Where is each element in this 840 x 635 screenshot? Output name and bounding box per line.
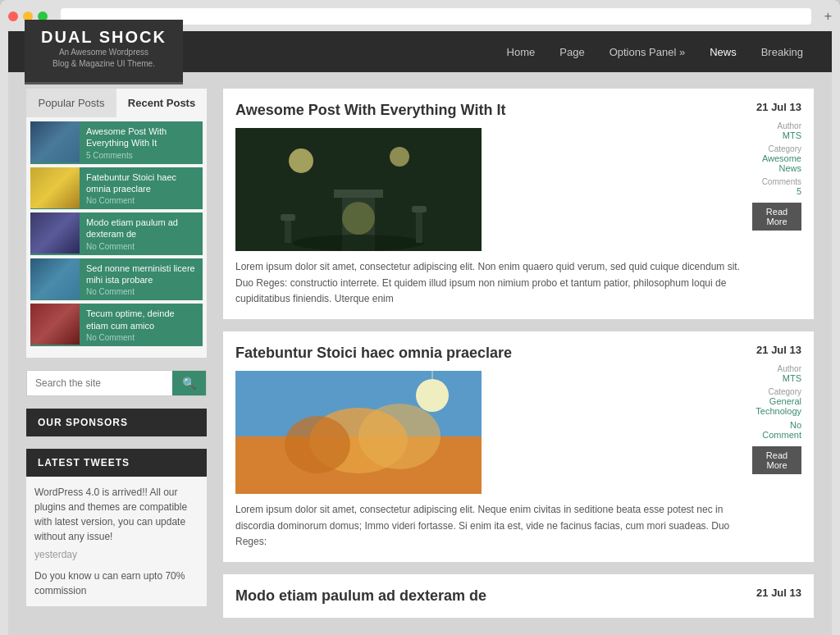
- post-info: Awesome Post With Everything With It 5 C…: [80, 121, 203, 164]
- article-date: 21 Jul 13: [752, 344, 801, 356]
- post-info: Fatebuntur Stoici haec omnia praeclare N…: [80, 167, 203, 210]
- list-item[interactable]: Modo etiam paulum ad dexteram de No Comm…: [30, 212, 203, 255]
- author-label: Author: [752, 121, 801, 130]
- article-body: Awesome Post With Everything With It: [235, 101, 740, 307]
- post-title: Awesome Post With Everything With It: [86, 126, 196, 149]
- comments-value: 5: [752, 186, 801, 196]
- category-label: Category: [752, 144, 801, 153]
- article-card: Fatebuntur Stoici haec omnia praeclare: [223, 331, 814, 562]
- author-value: MTS: [752, 130, 801, 140]
- article-inner: Fatebuntur Stoici haec omnia praeclare: [235, 344, 801, 550]
- search-widget: 🔍: [26, 370, 207, 396]
- article-img-svg: [235, 128, 482, 251]
- tab-popular[interactable]: Popular Posts: [26, 89, 116, 117]
- comments-label: Comments: [752, 177, 801, 186]
- article-meta: 21 Jul 13: [752, 587, 801, 614]
- tabs-header: Popular Posts Recent Posts: [26, 89, 207, 117]
- search-button[interactable]: 🔍: [172, 371, 206, 395]
- article-date: 21 Jul 13: [752, 101, 801, 113]
- tweets-title: LATEST TWEETS: [26, 449, 207, 477]
- list-item[interactable]: Tecum optime, deinde etiam cum amico No …: [30, 304, 203, 346]
- article-image: [235, 128, 482, 251]
- tweet-text-2: Do you know u can earn upto 70% commissi…: [34, 569, 199, 598]
- article-meta: 21 Jul 13 Author MTS Category General Te…: [752, 344, 801, 550]
- post-title: Sed nonne merninisti licere mihi ista pr…: [86, 263, 196, 286]
- post-info: Modo etiam paulum ad dexteram de No Comm…: [80, 212, 203, 255]
- post-info: Tecum optime, deinde etiam cum amico No …: [80, 304, 203, 346]
- nav-home[interactable]: Home: [495, 31, 548, 72]
- list-item[interactable]: Awesome Post With Everything With It 5 C…: [30, 121, 203, 164]
- post-title: Modo etiam paulum ad dexteram de: [86, 217, 196, 240]
- nav-page[interactable]: Page: [547, 31, 596, 72]
- svg-point-2: [390, 147, 409, 167]
- new-tab-button[interactable]: +: [824, 9, 832, 24]
- svg-rect-4: [334, 190, 383, 198]
- post-thumbnail: [30, 167, 80, 208]
- read-more-button[interactable]: Read More: [752, 203, 801, 231]
- logo-subtitle: An Awesome Wordpress Blog & Magazine UI …: [41, 47, 167, 70]
- category-value: Awesome News: [752, 153, 801, 173]
- nav-options[interactable]: Options Panel »: [597, 31, 698, 72]
- article-text: Lorem ipsum dolor sit amet, consectetur …: [235, 502, 740, 550]
- tweet-time: yesterday: [34, 547, 199, 562]
- list-item[interactable]: Fatebuntur Stoici haec omnia praeclare N…: [30, 167, 203, 210]
- post-thumbnail: [30, 121, 80, 162]
- article-title: Modo etiam paulum ad dexteram de: [235, 587, 740, 605]
- article-body: Modo etiam paulum ad dexteram de: [235, 587, 740, 614]
- svg-rect-7: [281, 214, 295, 221]
- tweets-content: WordPress 4.0 is arrived!! All our plugi…: [26, 477, 207, 606]
- search-input[interactable]: [27, 371, 172, 395]
- post-comments: No Comment: [86, 196, 196, 205]
- main-content: Awesome Post With Everything With It: [223, 89, 814, 630]
- logo-title: DUAL SHOCK: [41, 28, 167, 47]
- read-more-button[interactable]: Read More: [752, 446, 801, 474]
- article-image: [235, 371, 482, 494]
- tab-recent[interactable]: Recent Posts: [116, 89, 207, 117]
- close-dot[interactable]: [8, 11, 18, 21]
- post-thumbnail: [30, 258, 80, 299]
- category-label: Category: [752, 387, 801, 396]
- category-value: General Technology: [752, 396, 801, 416]
- svg-rect-9: [412, 206, 427, 212]
- svg-point-15: [416, 379, 449, 412]
- logo-area: DUAL SHOCK An Awesome Wordpress Blog & M…: [25, 20, 183, 85]
- article-meta: 21 Jul 13 Author MTS Category Awesome Ne…: [752, 101, 801, 307]
- tab-posts-list: Awesome Post With Everything With It 5 C…: [26, 117, 207, 358]
- article-inner: Awesome Post With Everything With It: [235, 101, 801, 307]
- svg-point-14: [358, 404, 441, 469]
- nav-breaking[interactable]: Breaking: [749, 31, 815, 72]
- svg-rect-8: [416, 210, 422, 243]
- article-img-svg: [235, 371, 482, 494]
- post-thumbnail: [30, 212, 80, 254]
- sponsors-title: OUR SPONSORS: [26, 409, 207, 436]
- svg-rect-6: [285, 218, 291, 243]
- svg-point-5: [293, 235, 424, 251]
- svg-point-1: [289, 148, 313, 173]
- top-navigation: DUAL SHOCK An Awesome Wordpress Blog & M…: [8, 31, 832, 72]
- author-value: MTS: [752, 373, 801, 383]
- author-label: Author: [752, 364, 801, 373]
- article-text: Lorem ipsum dolor sit amet, consectetur …: [235, 259, 740, 307]
- post-comments: No Comment: [86, 242, 196, 251]
- nav-news[interactable]: News: [697, 31, 749, 72]
- tweets-widget: LATEST TWEETS WordPress 4.0 is arrived!!…: [26, 449, 207, 606]
- main-layout: Popular Posts Recent Posts Awesome Post …: [10, 72, 830, 635]
- article-title: Fatebuntur Stoici haec omnia praeclare: [235, 344, 740, 363]
- sidebar: Popular Posts Recent Posts Awesome Post …: [26, 89, 207, 630]
- article-date: 21 Jul 13: [752, 587, 801, 599]
- article-inner: Modo etiam paulum ad dexteram de 21 Jul …: [235, 587, 801, 614]
- post-comments: No Comment: [86, 287, 196, 296]
- post-thumbnail: [30, 304, 80, 345]
- search-box: 🔍: [26, 370, 207, 396]
- article-card: Awesome Post With Everything With It: [223, 89, 814, 319]
- tweet-text: WordPress 4.0 is arrived!! All our plugi…: [34, 485, 199, 544]
- site-wrapper: DUAL SHOCK An Awesome Wordpress Blog & M…: [8, 31, 832, 635]
- nav-links: Home Page Options Panel » News Breaking: [495, 31, 815, 72]
- article-body: Fatebuntur Stoici haec omnia praeclare: [235, 344, 740, 550]
- article-card: Modo etiam paulum ad dexteram de 21 Jul …: [223, 574, 814, 618]
- post-title: Tecum optime, deinde etiam cum amico: [86, 308, 196, 331]
- browser-window: + DUAL SHOCK An Awesome Wordpress Blog &…: [0, 0, 840, 635]
- list-item[interactable]: Sed nonne merninisti licere mihi ista pr…: [30, 258, 203, 301]
- post-info: Sed nonne merninisti licere mihi ista pr…: [80, 258, 203, 301]
- comments-value: No Comment: [752, 420, 801, 440]
